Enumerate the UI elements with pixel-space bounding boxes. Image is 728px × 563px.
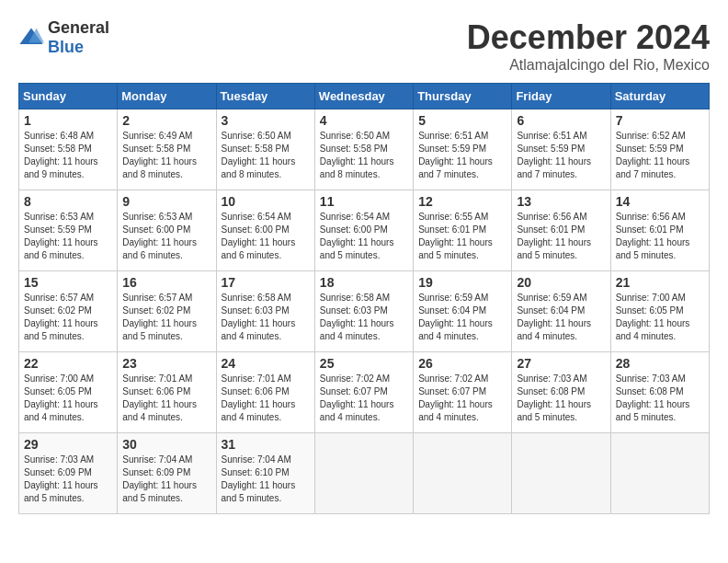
header-saturday: Saturday (610, 84, 709, 109)
calendar-cell: 15Sunrise: 6:57 AMSunset: 6:02 PMDayligh… (19, 271, 118, 352)
logo-text-general: General (48, 18, 109, 37)
day-number: 27 (517, 356, 605, 371)
calendar-cell: 1Sunrise: 6:48 AMSunset: 5:58 PMDaylight… (19, 109, 118, 190)
cell-info: Sunrise: 6:54 AMSunset: 6:00 PMDaylight:… (222, 211, 310, 262)
cell-info: Sunrise: 6:59 AMSunset: 6:04 PMDaylight:… (418, 292, 506, 343)
day-number: 31 (222, 437, 310, 452)
day-number: 8 (24, 194, 112, 209)
cell-info: Sunrise: 6:53 AMSunset: 5:59 PMDaylight:… (24, 211, 112, 262)
cell-info: Sunrise: 6:57 AMSunset: 6:02 PMDaylight:… (24, 292, 112, 343)
calendar-week-5: 29Sunrise: 7:03 AMSunset: 6:09 PMDayligh… (19, 433, 710, 514)
day-number: 7 (616, 113, 704, 128)
calendar-cell: 9Sunrise: 6:53 AMSunset: 6:00 PMDaylight… (118, 190, 216, 271)
calendar-cell: 8Sunrise: 6:53 AMSunset: 5:59 PMDaylight… (19, 190, 118, 271)
cell-info: Sunrise: 6:50 AMSunset: 5:58 PMDaylight:… (222, 130, 310, 181)
cell-info: Sunrise: 6:56 AMSunset: 6:01 PMDaylight:… (616, 211, 704, 262)
calendar-cell: 6Sunrise: 6:51 AMSunset: 5:59 PMDaylight… (512, 109, 610, 190)
day-number: 2 (122, 113, 210, 128)
day-number: 17 (222, 275, 310, 290)
calendar-cell: 26Sunrise: 7:02 AMSunset: 6:07 PMDayligh… (414, 352, 512, 433)
day-number: 15 (24, 275, 112, 290)
cell-info: Sunrise: 7:01 AMSunset: 6:06 PMDaylight:… (122, 373, 210, 424)
calendar-cell: 13Sunrise: 6:56 AMSunset: 6:01 PMDayligh… (512, 190, 610, 271)
cell-info: Sunrise: 6:51 AMSunset: 5:59 PMDaylight:… (517, 130, 605, 181)
cell-info: Sunrise: 6:48 AMSunset: 5:58 PMDaylight:… (24, 130, 112, 181)
cell-info: Sunrise: 6:52 AMSunset: 5:59 PMDaylight:… (616, 130, 704, 181)
day-number: 25 (320, 356, 408, 371)
cell-info: Sunrise: 6:59 AMSunset: 6:04 PMDaylight:… (517, 292, 605, 343)
day-number: 10 (222, 194, 310, 209)
calendar-week-1: 1Sunrise: 6:48 AMSunset: 5:58 PMDaylight… (19, 109, 710, 190)
day-number: 22 (24, 356, 112, 371)
calendar-cell: 3Sunrise: 6:50 AMSunset: 5:58 PMDaylight… (216, 109, 314, 190)
day-number: 14 (616, 194, 704, 209)
calendar-cell (610, 433, 709, 514)
day-number: 26 (418, 356, 506, 371)
logo-icon (18, 25, 44, 51)
location-title: Atlamajalcingo del Rio, Mexico (467, 57, 710, 74)
cell-info: Sunrise: 6:57 AMSunset: 6:02 PMDaylight:… (122, 292, 210, 343)
calendar-week-3: 15Sunrise: 6:57 AMSunset: 6:02 PMDayligh… (19, 271, 710, 352)
calendar-week-4: 22Sunrise: 7:00 AMSunset: 6:05 PMDayligh… (19, 352, 710, 433)
calendar-cell: 24Sunrise: 7:01 AMSunset: 6:06 PMDayligh… (216, 352, 314, 433)
day-number: 12 (418, 194, 506, 209)
day-number: 16 (122, 275, 210, 290)
cell-info: Sunrise: 7:04 AMSunset: 6:10 PMDaylight:… (222, 454, 310, 505)
calendar-cell: 27Sunrise: 7:03 AMSunset: 6:08 PMDayligh… (512, 352, 610, 433)
cell-info: Sunrise: 7:03 AMSunset: 6:08 PMDaylight:… (616, 373, 704, 424)
calendar-cell: 20Sunrise: 6:59 AMSunset: 6:04 PMDayligh… (512, 271, 610, 352)
cell-info: Sunrise: 7:02 AMSunset: 6:07 PMDaylight:… (418, 373, 506, 424)
calendar-cell: 10Sunrise: 6:54 AMSunset: 6:00 PMDayligh… (216, 190, 314, 271)
header-friday: Friday (512, 84, 610, 109)
header-wednesday: Wednesday (314, 84, 413, 109)
page-header: General Blue December 2024 Atlamajalcing… (18, 18, 710, 74)
header-monday: Monday (118, 84, 216, 109)
day-number: 20 (517, 275, 605, 290)
calendar-table: SundayMondayTuesdayWednesdayThursdayFrid… (18, 83, 710, 514)
day-number: 6 (517, 113, 605, 128)
calendar-cell: 23Sunrise: 7:01 AMSunset: 6:06 PMDayligh… (118, 352, 216, 433)
calendar-cell: 5Sunrise: 6:51 AMSunset: 5:59 PMDaylight… (414, 109, 512, 190)
calendar-cell: 4Sunrise: 6:50 AMSunset: 5:58 PMDaylight… (314, 109, 413, 190)
calendar-week-2: 8Sunrise: 6:53 AMSunset: 5:59 PMDaylight… (19, 190, 710, 271)
day-number: 19 (418, 275, 506, 290)
day-number: 21 (616, 275, 704, 290)
calendar-cell (314, 433, 413, 514)
day-number: 5 (418, 113, 506, 128)
day-number: 11 (320, 194, 408, 209)
day-number: 23 (122, 356, 210, 371)
cell-info: Sunrise: 6:56 AMSunset: 6:01 PMDaylight:… (517, 211, 605, 262)
calendar-cell: 21Sunrise: 7:00 AMSunset: 6:05 PMDayligh… (610, 271, 709, 352)
calendar-cell: 25Sunrise: 7:02 AMSunset: 6:07 PMDayligh… (314, 352, 413, 433)
calendar-cell: 2Sunrise: 6:49 AMSunset: 5:58 PMDaylight… (118, 109, 216, 190)
calendar-cell (512, 433, 610, 514)
calendar-cell: 16Sunrise: 6:57 AMSunset: 6:02 PMDayligh… (118, 271, 216, 352)
logo-text-blue: Blue (48, 38, 84, 56)
day-number: 1 (24, 113, 112, 128)
logo: General Blue (18, 18, 109, 57)
calendar-cell: 28Sunrise: 7:03 AMSunset: 6:08 PMDayligh… (610, 352, 709, 433)
cell-info: Sunrise: 7:02 AMSunset: 6:07 PMDaylight:… (320, 373, 408, 424)
calendar-cell: 14Sunrise: 6:56 AMSunset: 6:01 PMDayligh… (610, 190, 709, 271)
calendar-cell: 22Sunrise: 7:00 AMSunset: 6:05 PMDayligh… (19, 352, 118, 433)
cell-info: Sunrise: 6:54 AMSunset: 6:00 PMDaylight:… (320, 211, 408, 262)
day-number: 13 (517, 194, 605, 209)
header-sunday: Sunday (19, 84, 118, 109)
cell-info: Sunrise: 6:55 AMSunset: 6:01 PMDaylight:… (418, 211, 506, 262)
header-thursday: Thursday (414, 84, 512, 109)
cell-info: Sunrise: 7:00 AMSunset: 6:05 PMDaylight:… (616, 292, 704, 343)
cell-info: Sunrise: 6:51 AMSunset: 5:59 PMDaylight:… (418, 130, 506, 181)
calendar-cell: 17Sunrise: 6:58 AMSunset: 6:03 PMDayligh… (216, 271, 314, 352)
header-tuesday: Tuesday (216, 84, 314, 109)
header-row: SundayMondayTuesdayWednesdayThursdayFrid… (19, 84, 710, 109)
day-number: 18 (320, 275, 408, 290)
cell-info: Sunrise: 7:04 AMSunset: 6:09 PMDaylight:… (122, 454, 210, 505)
calendar-cell: 18Sunrise: 6:58 AMSunset: 6:03 PMDayligh… (314, 271, 413, 352)
calendar-cell: 30Sunrise: 7:04 AMSunset: 6:09 PMDayligh… (118, 433, 216, 514)
cell-info: Sunrise: 6:58 AMSunset: 6:03 PMDaylight:… (222, 292, 310, 343)
day-number: 24 (222, 356, 310, 371)
day-number: 4 (320, 113, 408, 128)
calendar-cell: 31Sunrise: 7:04 AMSunset: 6:10 PMDayligh… (216, 433, 314, 514)
day-number: 30 (122, 437, 210, 452)
calendar-cell: 19Sunrise: 6:59 AMSunset: 6:04 PMDayligh… (414, 271, 512, 352)
